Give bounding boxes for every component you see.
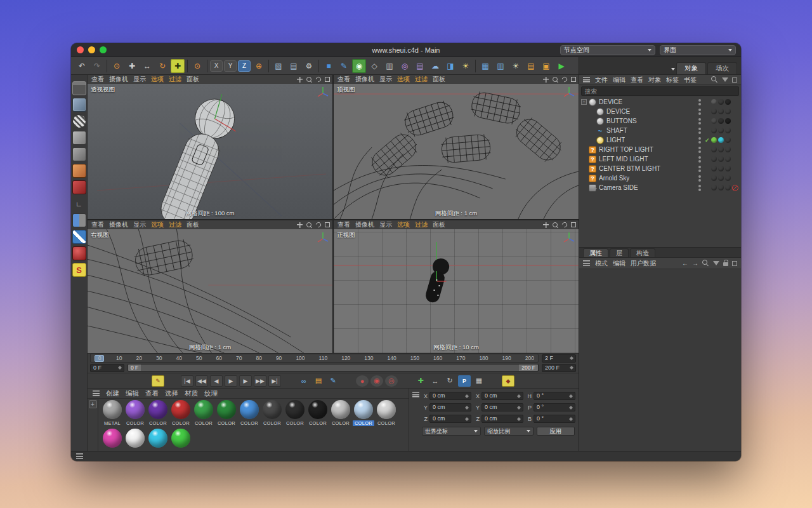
- scale-mode-dropdown[interactable]: 缩放比例: [484, 427, 534, 436]
- model-mode-button[interactable]: [72, 98, 86, 112]
- viewport-rotate-icon[interactable]: [315, 221, 322, 228]
- material-item[interactable]: METAL: [101, 400, 124, 429]
- undo-button[interactable]: ↶: [75, 59, 89, 73]
- texture-tag-icon[interactable]: [711, 156, 717, 162]
- object-row[interactable]: ? LEFT MID LIGHT: [579, 154, 741, 164]
- visibility-dots-icon[interactable]: [698, 118, 701, 124]
- material-menu-item[interactable]: 创建: [106, 389, 119, 398]
- panel-icon[interactable]: [732, 261, 737, 266]
- attribute-menu-item[interactable]: 用户数据: [631, 259, 656, 268]
- z-axis-lock-button[interactable]: Z: [238, 60, 251, 72]
- texture-tag-icon[interactable]: [711, 175, 717, 181]
- viewport-maximize-icon[interactable]: [325, 222, 330, 227]
- filter-icon[interactable]: [713, 261, 719, 265]
- texture-tag-icon[interactable]: [725, 185, 731, 190]
- workplane-button[interactable]: ∟: [72, 197, 86, 211]
- coordinate-field[interactable]: 0 cm: [481, 415, 523, 423]
- visibility-dots-icon[interactable]: [698, 109, 701, 115]
- viewport-menu-item[interactable]: 过滤: [415, 220, 428, 229]
- lamp-button[interactable]: ☀: [509, 59, 523, 73]
- viewport-menu-item[interactable]: 面板: [433, 220, 445, 229]
- goto-start-button[interactable]: |◀: [181, 375, 193, 387]
- dopesheet-button[interactable]: ▣: [539, 59, 553, 73]
- object-mode-button[interactable]: [72, 131, 86, 145]
- coordinate-system-button[interactable]: ⊕: [252, 59, 266, 73]
- viewport-menu-item[interactable]: 查看: [337, 220, 350, 229]
- zoom-button[interactable]: [100, 46, 107, 53]
- material-menu-item[interactable]: 选择: [165, 389, 178, 398]
- viewport-menu-item[interactable]: 选项: [397, 75, 410, 84]
- material-item[interactable]: COLOR: [192, 400, 215, 429]
- close-button[interactable]: [77, 46, 84, 53]
- texture-tag-icon[interactable]: [718, 99, 724, 105]
- texture-tag-icon[interactable]: [711, 147, 717, 152]
- live-selection-tool[interactable]: ⊙: [110, 59, 124, 73]
- material-item[interactable]: COLOR: [169, 400, 192, 429]
- material-item[interactable]: COLOR: [352, 400, 375, 429]
- object-manager-menu-item[interactable]: 书签: [684, 76, 697, 84]
- viewport-menu-item[interactable]: 面板: [187, 75, 199, 84]
- texture-tag-icon[interactable]: [718, 109, 724, 114]
- viewport-menu-item[interactable]: 摄像机: [355, 75, 374, 84]
- y-axis-lock-button[interactable]: Y: [224, 60, 237, 72]
- object-row[interactable]: BUTTONS: [579, 116, 741, 126]
- visibility-dots-icon[interactable]: [698, 99, 701, 105]
- viewport-menu-item[interactable]: 面板: [187, 220, 199, 229]
- texture-tag-icon[interactable]: [711, 99, 717, 105]
- object-manager-menu-item[interactable]: 标签: [666, 76, 679, 84]
- key-rotation-button[interactable]: ↻: [443, 375, 456, 387]
- window-menu-icon[interactable]: [76, 453, 83, 459]
- material-item[interactable]: COLOR: [261, 400, 284, 429]
- layout-dropdown[interactable]: 界面: [660, 45, 736, 55]
- rotate-tool[interactable]: ↻: [155, 59, 169, 73]
- visibility-dots-icon[interactable]: [698, 185, 701, 191]
- texture-tag-icon[interactable]: [725, 137, 731, 143]
- deformer-button[interactable]: ◎: [398, 59, 412, 73]
- front-canvas[interactable]: 正视图 网格间距 : 10 cm: [334, 229, 579, 353]
- goto-end-button[interactable]: ▶|: [268, 375, 281, 387]
- symmetry-button[interactable]: ▥: [383, 59, 396, 73]
- viewport-rotate-icon[interactable]: [315, 76, 322, 83]
- object-row[interactable]: Camera SIDE: [579, 183, 741, 192]
- texture-tag-icon[interactable]: [718, 166, 724, 171]
- next-frame-button[interactable]: ▶: [239, 375, 252, 387]
- minimize-button[interactable]: [88, 46, 95, 53]
- material-item[interactable]: COLOR: [284, 400, 306, 429]
- viewport-menu-item[interactable]: 显示: [133, 75, 146, 84]
- coordinate-field[interactable]: 0 cm: [429, 415, 471, 423]
- object-row[interactable]: ? RIGHT TOP LIGHT: [579, 145, 741, 154]
- panel-icon[interactable]: [732, 77, 737, 83]
- object-row[interactable]: ~ SHAFT: [579, 126, 741, 135]
- viewport-maximize-icon[interactable]: [571, 77, 576, 82]
- range-slider[interactable]: 0 F 200 F: [128, 364, 539, 371]
- object-manager-menu-item[interactable]: 编辑: [613, 76, 625, 84]
- attribute-tab[interactable]: 构造: [630, 248, 655, 257]
- texture-tag-icon[interactable]: [725, 175, 731, 181]
- spline-pen-button[interactable]: ✎: [337, 59, 351, 73]
- material-item[interactable]: [124, 429, 147, 451]
- panel-menu-icon[interactable]: [671, 68, 675, 70]
- object-manager-menu-item[interactable]: 查看: [631, 76, 643, 84]
- history-back-icon[interactable]: ←: [682, 260, 688, 267]
- visibility-dots-icon[interactable]: [698, 147, 701, 153]
- viewport-filter-icon[interactable]: [72, 81, 86, 95]
- loop-mode-button[interactable]: ∞: [298, 375, 310, 387]
- modifier-button[interactable]: ◇: [367, 59, 381, 73]
- camera-button[interactable]: ◨: [443, 59, 457, 73]
- texture-tag-icon[interactable]: [725, 156, 731, 162]
- active-move-tool[interactable]: ✚: [171, 59, 185, 73]
- viewport-maximize-icon[interactable]: [325, 77, 330, 82]
- viewport-zoom-icon[interactable]: [306, 77, 312, 83]
- texture-tag-icon[interactable]: [718, 118, 724, 124]
- paint-mode-button[interactable]: [72, 230, 86, 244]
- range-start-field[interactable]: 0 F: [90, 364, 124, 372]
- viewport-menu-item[interactable]: 选项: [397, 220, 410, 229]
- prev-frame-button[interactable]: ◀: [210, 375, 223, 387]
- node-space-dropdown[interactable]: 节点空间: [560, 45, 655, 55]
- coordinate-field[interactable]: 0 cm: [429, 403, 471, 411]
- texture-tag-icon[interactable]: [718, 185, 724, 190]
- viewport-menu-item[interactable]: 查看: [91, 220, 104, 229]
- texture-tag-icon[interactable]: [725, 99, 731, 105]
- attribute-tab[interactable]: 属性: [583, 248, 608, 257]
- visibility-dots-icon[interactable]: [698, 156, 701, 163]
